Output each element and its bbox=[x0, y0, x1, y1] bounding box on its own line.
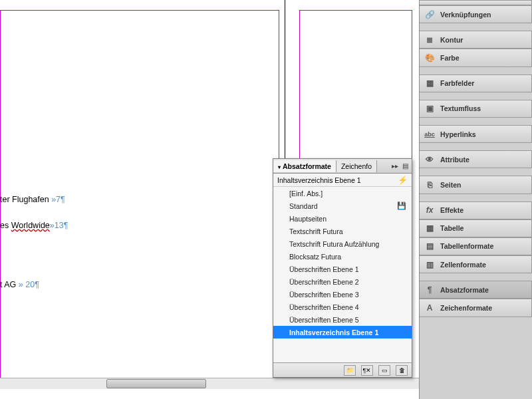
panel-current-style: Inhaltsverzeichnis Ebene 1 ⚡ bbox=[273, 174, 412, 187]
panel-tabs: ▾Absatzformate Zeichenfo ▸▸ ▤ bbox=[273, 159, 412, 174]
tablefmt-icon: ▤ bbox=[424, 241, 436, 251]
style-list[interactable]: [Einf. Abs.]Standard💾HauptseitenTextschr… bbox=[273, 187, 412, 338]
style-item[interactable]: Hauptseiten bbox=[273, 212, 412, 225]
panel-item-label: Attribute bbox=[440, 156, 469, 164]
lines-icon: ≣ bbox=[424, 35, 436, 45]
delete-style-button[interactable]: 🗑 bbox=[396, 365, 408, 376]
panel-gap bbox=[420, 273, 532, 281]
panel-item-label: Farbe bbox=[440, 54, 460, 62]
panel-item-zeichenformate[interactable]: AZeichenformate bbox=[420, 299, 532, 317]
panel-item-label: Kontur bbox=[440, 36, 463, 44]
panel-item-farbe[interactable]: 🎨Farbe bbox=[420, 49, 532, 66]
pages-icon: ⎘ bbox=[424, 180, 436, 190]
panel-item-label: Zeichenformate bbox=[440, 304, 492, 312]
clear-override-button[interactable]: ¶✕ bbox=[361, 365, 373, 376]
panel-item-kontur[interactable]: ≣Kontur bbox=[420, 31, 532, 49]
wrap-icon: ▣ bbox=[424, 103, 436, 114]
panel-gap bbox=[420, 92, 532, 100]
panel-item-absatzformate[interactable]: ¶Absatzformate bbox=[420, 281, 532, 299]
style-item[interactable]: Blocksatz Futura bbox=[273, 250, 412, 263]
panel-item-label: Hyperlinks bbox=[440, 130, 476, 138]
panel-item-tabelle[interactable]: ▦Tabelle bbox=[420, 219, 532, 237]
style-item[interactable]: Standard💾 bbox=[273, 200, 412, 212]
panel-item-clipped[interactable] bbox=[420, 0, 532, 5]
style-item[interactable]: Überschriften Ebene 5 bbox=[273, 313, 412, 326]
panel-gap bbox=[420, 317, 532, 325]
panel-gap bbox=[420, 67, 532, 74]
panel-item-label: Absatzformate bbox=[440, 286, 489, 294]
style-item[interactable]: Textschrift Futura bbox=[273, 225, 412, 237]
toc-line-2: es Worldwide»13¶ bbox=[0, 221, 68, 230]
swatch-icon: ▦ bbox=[424, 78, 436, 88]
panel-gap bbox=[420, 23, 532, 31]
paragraph-styles-panel[interactable]: ▾Absatzformate Zeichenfo ▸▸ ▤ Inhaltsver… bbox=[273, 158, 412, 378]
panel-item-seiten[interactable]: ⎘Seiten bbox=[420, 176, 532, 194]
panel-item-farbfelder[interactable]: ▦Farbfelder bbox=[420, 74, 532, 92]
style-item[interactable]: Überschriften Ebene 4 bbox=[273, 301, 412, 313]
panel-item-label: Zellenformate bbox=[440, 261, 486, 269]
panel-item-hyperlinks[interactable]: abcHyperlinks bbox=[420, 125, 532, 143]
panel-item-label: Tabelle bbox=[440, 224, 464, 232]
panel-gap bbox=[420, 143, 532, 150]
style-item[interactable]: Überschriften Ebene 2 bbox=[273, 275, 412, 288]
fx-icon: fx bbox=[424, 205, 436, 215]
palette-icon: 🎨 bbox=[424, 53, 436, 63]
quick-apply-icon[interactable]: ⚡ bbox=[398, 176, 408, 185]
panel-item-textumfluss[interactable]: ▣Textumfluss bbox=[420, 100, 532, 118]
panel-item-label: Verknüpfungen bbox=[440, 11, 491, 19]
horizontal-scrollbar[interactable] bbox=[0, 378, 419, 389]
panel-item-zellenformate[interactable]: ▥Zellenformate bbox=[420, 255, 532, 273]
panel-gap bbox=[420, 194, 532, 201]
table-icon: ▦ bbox=[424, 223, 436, 233]
tab-zeichenformate[interactable]: Zeichenfo bbox=[336, 160, 377, 172]
eye-icon: 👁 bbox=[424, 154, 436, 165]
panel-menu-icon[interactable]: ▤ bbox=[402, 162, 408, 170]
tab-absatzformate[interactable]: ▾Absatzformate bbox=[273, 160, 336, 172]
abc-icon: abc bbox=[424, 129, 436, 140]
scrollbar-thumb[interactable] bbox=[106, 379, 206, 388]
cellfmt-icon: ▥ bbox=[424, 259, 436, 270]
style-item[interactable]: Überschriften Ebene 3 bbox=[273, 288, 412, 301]
panel-item-attribute[interactable]: 👁Attribute bbox=[420, 150, 532, 168]
style-item[interactable]: Überschriften Ebene 1 bbox=[273, 263, 412, 275]
disk-icon: 💾 bbox=[397, 201, 406, 210]
panel-item-verkn[interactable]: 🔗Verknüpfungen bbox=[420, 5, 532, 23]
toc-line-3: t AG » 20¶ bbox=[0, 280, 39, 289]
panel-item-tabellenformate[interactable]: ▤Tabellenformate bbox=[420, 237, 532, 255]
panel-gap bbox=[420, 118, 532, 125]
new-style-button[interactable]: ▭ bbox=[378, 365, 390, 376]
panel-item-label: Seiten bbox=[440, 181, 462, 189]
right-dock: 🔗Verknüpfungen≣Kontur🎨Farbe▦Farbfelder▣T… bbox=[419, 0, 532, 399]
link-icon: 🔗 bbox=[424, 9, 436, 20]
parafmt-icon: ¶ bbox=[424, 285, 436, 295]
panel-gap bbox=[420, 168, 532, 176]
style-item[interactable]: Inhaltsverzeichnis Ebene 1 bbox=[273, 326, 412, 338]
panel-item-label: Farbfelder bbox=[440, 79, 474, 87]
style-item[interactable]: Textschrift Futura Aufzählung bbox=[273, 237, 412, 250]
panel-collapse-icon[interactable]: ▸▸ bbox=[392, 162, 398, 170]
panel-item-label: Textumfluss bbox=[440, 104, 481, 112]
panel-item-label: Tabellenformate bbox=[440, 242, 493, 250]
panel-footer: 📁 ¶✕ ▭ 🗑 bbox=[273, 362, 412, 377]
panel-item-label: Effekte bbox=[440, 206, 464, 214]
panel-item-effekte[interactable]: fxEffekte bbox=[420, 201, 532, 219]
new-folder-button[interactable]: 📁 bbox=[344, 365, 356, 376]
charfmt-icon: A bbox=[424, 303, 436, 313]
style-item[interactable]: [Einf. Abs.] bbox=[273, 187, 412, 200]
toc-line-1: ter Flughafen »7¶ bbox=[0, 195, 65, 204]
